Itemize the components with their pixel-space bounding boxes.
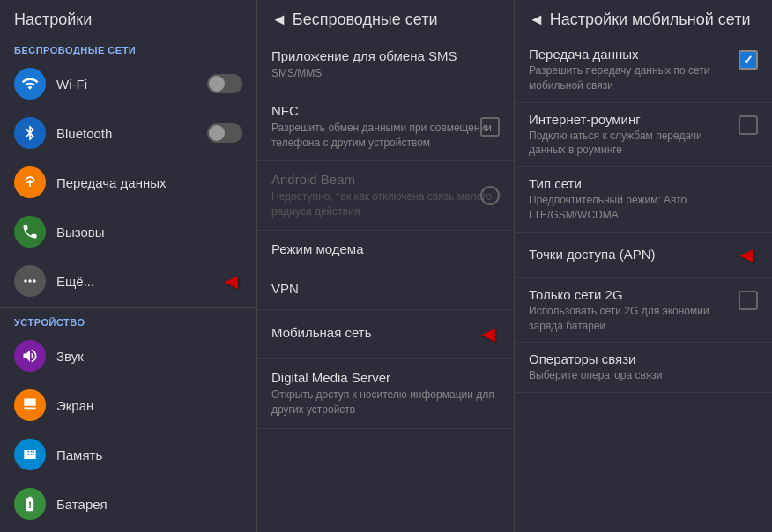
- wifi-icon: [14, 68, 46, 100]
- bluetooth-label: Bluetooth: [56, 126, 207, 141]
- right-item-data-transfer[interactable]: Передача данных Разрешить передачу данны…: [515, 38, 772, 103]
- middle-item-nfc[interactable]: NFC Разрешить обмен данными при совмещен…: [257, 92, 514, 162]
- nfc-checkbox[interactable]: [480, 117, 500, 137]
- only-2g-checkbox[interactable]: [739, 291, 758, 310]
- android-beam-sub: Недоступно, так как отключена связь мало…: [271, 189, 500, 219]
- middle-back-icon: ◄: [271, 11, 287, 29]
- bluetooth-icon: [14, 117, 46, 149]
- right-item-apn[interactable]: Точки доступа (APN) ◄: [515, 233, 772, 278]
- dms-sub: Открыть доступ к носителю информации для…: [271, 388, 500, 417]
- left-panel-title: Настройки: [0, 0, 256, 38]
- bluetooth-toggle[interactable]: [207, 123, 242, 143]
- right-item-roaming[interactable]: Интернет-роуминг Подключаться к службам …: [515, 103, 772, 168]
- sidebar-item-calls[interactable]: Вызовы: [0, 207, 256, 256]
- roaming-title: Интернет-роуминг: [529, 112, 731, 127]
- checkmark-icon: ✓: [743, 53, 753, 67]
- right-item-network-type[interactable]: Тип сети Предпочтительный режим: Авто LT…: [515, 167, 772, 233]
- wifi-label: Wi-Fi: [56, 77, 207, 92]
- settings-title: Настройки: [14, 11, 92, 28]
- memory-icon: [14, 439, 46, 470]
- sidebar-item-more[interactable]: Ещё... ◄: [0, 256, 256, 306]
- apn-red-arrow: ◄: [735, 241, 758, 269]
- android-beam-title: Android Beam: [271, 172, 500, 187]
- sidebar-item-data[interactable]: Передача данных: [0, 158, 256, 207]
- modem-title: Режим модема: [271, 241, 500, 256]
- roaming-sub: Подключаться к службам передачи данных в…: [529, 129, 731, 159]
- more-red-arrow: ◄: [219, 268, 242, 295]
- sound-icon: [14, 340, 46, 372]
- screen-icon: [14, 389, 46, 421]
- sms-title: Приложение для обмена SMS: [271, 48, 500, 63]
- mobile-network-red-arrow: ◄: [477, 321, 500, 348]
- operators-title: Операторы связи: [529, 351, 758, 366]
- section-wireless-label: БЕСПРОВОДНЫЕ СЕТИ: [0, 38, 256, 59]
- sms-sub: SMS/MMS: [271, 66, 500, 81]
- data-transfer-title: Передача данных: [529, 47, 731, 62]
- right-item-operators[interactable]: Операторы связи Выберите оператора связи: [515, 343, 772, 393]
- dms-title: Digital Media Server: [271, 370, 500, 385]
- memory-label: Память: [56, 447, 242, 462]
- sidebar-item-battery[interactable]: Батарея: [0, 479, 256, 528]
- right-panel: ◄ Настройки мобильной сети Передача данн…: [515, 0, 772, 532]
- roaming-checkbox[interactable]: [739, 115, 758, 135]
- middle-item-modem[interactable]: Режим модема: [257, 231, 514, 270]
- nfc-title: NFC: [271, 103, 500, 118]
- middle-panel-title: Беспроводные сети: [293, 11, 438, 29]
- middle-item-android-beam: Android Beam Недоступно, так как отключе…: [257, 161, 514, 231]
- middle-item-vpn[interactable]: VPN: [257, 270, 514, 310]
- only-2g-title: Только сети 2G: [529, 287, 731, 302]
- operators-sub: Выберите оператора связи: [529, 368, 758, 383]
- vpn-title: VPN: [271, 281, 500, 296]
- section-device-label: УСТРОЙСТВО: [0, 310, 256, 331]
- right-panel-title: Настройки мобильной сети: [550, 11, 751, 29]
- battery-icon: [14, 488, 46, 520]
- sidebar-item-wifi[interactable]: Wi-Fi: [0, 59, 256, 108]
- middle-item-sms[interactable]: Приложение для обмена SMS SMS/MMS: [257, 38, 514, 92]
- sidebar-item-screen[interactable]: Экран: [0, 381, 256, 430]
- middle-panel-header: ◄ Беспроводные сети: [257, 0, 514, 38]
- sidebar-item-memory[interactable]: Память: [0, 430, 256, 479]
- network-type-title: Тип сети: [529, 176, 758, 191]
- more-label: Ещё...: [56, 274, 212, 289]
- sidebar-item-bluetooth[interactable]: Bluetooth: [0, 108, 256, 158]
- apn-title: Точки доступа (APN): [529, 247, 728, 262]
- sound-label: Звук: [56, 349, 242, 364]
- mobile-network-title: Мобильная сеть: [271, 325, 470, 340]
- divider-1: [0, 307, 256, 308]
- only-2g-sub: Использовать сети 2G для экономии заряда…: [529, 304, 731, 334]
- right-back-icon: ◄: [529, 11, 545, 29]
- middle-item-mobile-network[interactable]: Мобильная сеть ◄: [257, 310, 514, 359]
- right-item-only-2g[interactable]: Только сети 2G Использовать сети 2G для …: [515, 278, 772, 344]
- middle-item-dms[interactable]: Digital Media Server Открыть доступ к но…: [257, 359, 514, 429]
- android-beam-radio: [480, 186, 500, 205]
- middle-panel: ◄ Беспроводные сети Приложение для обмен…: [257, 0, 515, 532]
- left-panel: Настройки БЕСПРОВОДНЫЕ СЕТИ Wi-Fi Blueto…: [0, 0, 257, 532]
- right-panel-header: ◄ Настройки мобильной сети: [515, 0, 772, 38]
- data-label: Передача данных: [56, 175, 242, 190]
- screen-label: Экран: [56, 398, 242, 413]
- more-icon: [14, 265, 46, 297]
- battery-label: Батарея: [56, 497, 242, 512]
- data-transfer-sub: Разрешить передачу данных по сети мобиль…: [529, 63, 731, 93]
- data-transfer-icon: [14, 166, 46, 198]
- calls-icon: [14, 216, 46, 248]
- wifi-toggle[interactable]: [207, 74, 242, 93]
- data-transfer-checkbox[interactable]: ✓: [739, 50, 758, 70]
- sidebar-item-sound[interactable]: Звук: [0, 331, 256, 381]
- calls-label: Вызовы: [56, 225, 242, 240]
- nfc-sub: Разрешить обмен данными при совмещении т…: [271, 121, 500, 151]
- network-type-sub: Предпочтительный режим: Авто LTE/GSM/WCD…: [529, 193, 758, 223]
